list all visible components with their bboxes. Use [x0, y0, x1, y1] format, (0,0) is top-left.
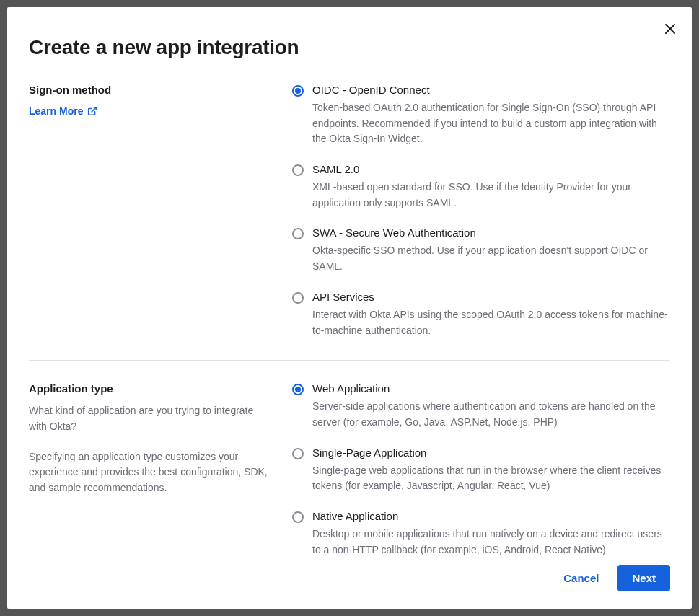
- option-swa[interactable]: SWA - Secure Web Authentication Okta-spe…: [292, 226, 670, 274]
- option-title: Native Application: [312, 510, 670, 522]
- close-button[interactable]: [661, 20, 679, 38]
- radio-swa[interactable]: [292, 228, 304, 239]
- cancel-button[interactable]: Cancel: [558, 565, 605, 591]
- create-app-modal: Create a new app integration Sign-on met…: [7, 7, 692, 609]
- option-desc: Server-side applications where authentic…: [312, 399, 670, 430]
- app-type-heading: Application type: [29, 382, 271, 395]
- sign-on-options: OIDC - OpenID Connect Token-based OAuth …: [292, 84, 670, 338]
- app-type-subtext-2: Specifying an application type customize…: [29, 449, 271, 496]
- option-api-services[interactable]: API Services Interact with Okta APIs usi…: [292, 291, 670, 338]
- app-type-subtext-1: What kind of application are you trying …: [29, 403, 271, 434]
- option-title: SWA - Secure Web Authentication: [312, 226, 670, 239]
- option-title: SAML 2.0: [312, 163, 670, 175]
- radio-spa[interactable]: [292, 448, 304, 459]
- option-saml[interactable]: SAML 2.0 XML-based open standard for SSO…: [292, 163, 670, 211]
- radio-api-services[interactable]: [292, 292, 304, 304]
- option-web-app[interactable]: Web Application Server-side applications…: [292, 382, 670, 430]
- modal-footer: Cancel Next: [7, 565, 692, 609]
- option-title: Single-Page Application: [312, 446, 670, 459]
- app-type-options: Web Application Server-side applications…: [292, 382, 670, 558]
- external-link-icon: [87, 106, 97, 116]
- modal-title: Create a new app integration: [29, 36, 670, 59]
- radio-oidc[interactable]: [292, 85, 304, 97]
- option-desc: Token-based OAuth 2.0 authentication for…: [312, 100, 670, 147]
- app-type-section: Application type What kind of applicatio…: [29, 360, 670, 565]
- option-desc: Desktop or mobile applications that run …: [312, 527, 670, 558]
- option-title: OIDC - OpenID Connect: [312, 84, 670, 96]
- close-icon: [664, 23, 676, 35]
- option-title: API Services: [312, 291, 670, 303]
- radio-native-app[interactable]: [292, 511, 304, 523]
- option-desc: XML-based open standard for SSO. Use if …: [312, 180, 670, 211]
- radio-web-app[interactable]: [292, 384, 304, 395]
- next-button[interactable]: Next: [617, 565, 670, 591]
- option-desc: Interact with Okta APIs using the scoped…: [312, 307, 670, 338]
- option-title: Web Application: [312, 382, 670, 395]
- option-spa[interactable]: Single-Page Application Single-page web …: [292, 446, 670, 494]
- option-oidc[interactable]: OIDC - OpenID Connect Token-based OAuth …: [292, 84, 670, 147]
- learn-more-link[interactable]: Learn More: [29, 105, 97, 117]
- learn-more-text: Learn More: [29, 105, 83, 117]
- sign-on-section: Sign-on method Learn More OIDC - OpenID …: [29, 84, 670, 360]
- sign-on-heading: Sign-on method: [29, 84, 271, 96]
- option-native-app[interactable]: Native Application Desktop or mobile app…: [292, 510, 670, 558]
- option-desc: Okta-specific SSO method. Use if your ap…: [312, 243, 670, 274]
- radio-saml[interactable]: [292, 164, 304, 176]
- option-desc: Single-page web applications that run in…: [312, 463, 670, 494]
